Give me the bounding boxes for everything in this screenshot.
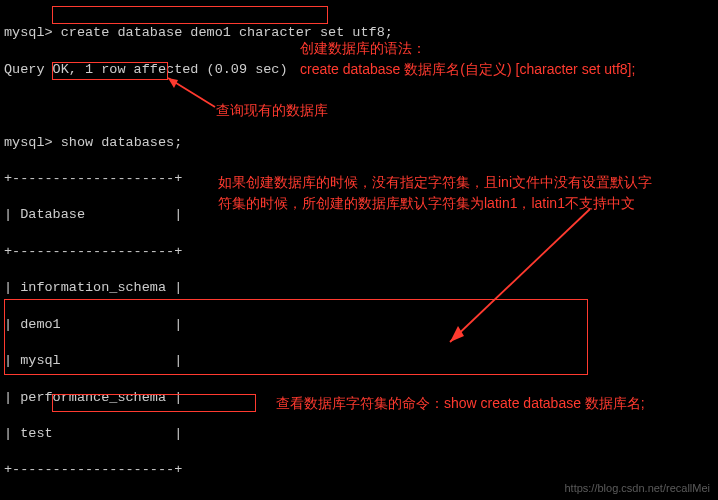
annotation-latin1: 如果创建数据库的时候，没有指定字符集，且ini文件中没有设置默认字 符集的时候，…	[218, 172, 688, 214]
cmd-line-2: mysql> show databases;	[4, 134, 714, 152]
annotation-show-create: 查看数据库字符集的命令：show create database 数据库名;	[276, 393, 645, 414]
table1-row: | test |	[4, 425, 714, 443]
cmd2: show databases;	[61, 135, 183, 150]
table1-border: +--------------------+	[4, 461, 714, 479]
watermark: https://blog.csdn.net/recallMei	[564, 481, 710, 496]
prompt: mysql>	[4, 135, 61, 150]
highlight-box-cmd5	[52, 394, 256, 412]
highlight-box-cmd2	[52, 62, 168, 80]
highlight-box-cmd1	[52, 6, 328, 24]
annotation-show-db: 查询现有的数据库	[216, 100, 328, 121]
highlight-box-table2	[4, 299, 588, 375]
table1-border: +--------------------+	[4, 243, 714, 261]
table1-row: | information_schema |	[4, 279, 714, 297]
prompt: mysql>	[4, 25, 61, 40]
annotation-create-syntax: 创建数据库的语法： create database 数据库名(自定义) [cha…	[300, 38, 635, 80]
